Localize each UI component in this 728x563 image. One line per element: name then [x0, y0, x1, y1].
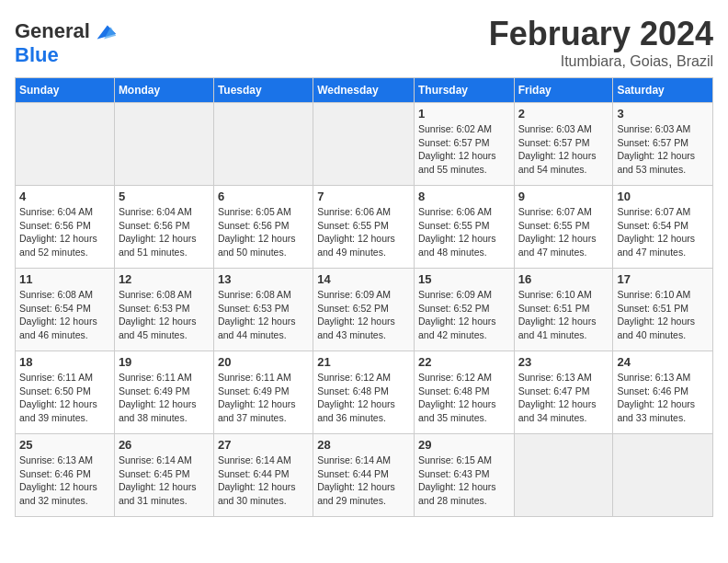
cell-info: Sunrise: 6:06 AMSunset: 6:55 PMDaylight:… [418, 205, 510, 259]
cell-info: Sunrise: 6:08 AMSunset: 6:53 PMDaylight:… [218, 288, 309, 342]
day-number: 3 [617, 107, 709, 121]
month-title: February 2024 [489, 15, 713, 53]
calendar-cell [213, 103, 313, 186]
week-row-5: 25Sunrise: 6:13 AMSunset: 6:46 PMDayligh… [16, 434, 713, 517]
calendar-cell: 24Sunrise: 6:13 AMSunset: 6:46 PMDayligh… [613, 351, 713, 434]
day-number: 10 [617, 190, 709, 203]
calendar-cell: 26Sunrise: 6:14 AMSunset: 6:45 PMDayligh… [114, 434, 213, 517]
day-number: 18 [19, 355, 110, 369]
calendar-cell: 14Sunrise: 6:09 AMSunset: 6:52 PMDayligh… [313, 269, 415, 351]
day-number: 26 [119, 438, 210, 452]
calendar-cell: 11Sunrise: 6:08 AMSunset: 6:54 PMDayligh… [16, 269, 115, 351]
logo-blue-text: Blue [15, 44, 118, 66]
cell-info: Sunrise: 6:03 AMSunset: 6:57 PMDaylight:… [518, 122, 609, 177]
cell-info: Sunrise: 6:11 AMSunset: 6:49 PMDaylight:… [218, 371, 309, 425]
calendar-cell: 4Sunrise: 6:04 AMSunset: 6:56 PMDaylight… [16, 186, 115, 269]
day-number: 7 [317, 190, 410, 203]
day-number: 12 [119, 272, 210, 286]
cell-info: Sunrise: 6:12 AMSunset: 6:48 PMDaylight:… [418, 371, 510, 425]
cell-info: Sunrise: 6:04 AMSunset: 6:56 PMDaylight:… [119, 205, 210, 259]
week-row-4: 18Sunrise: 6:11 AMSunset: 6:50 PMDayligh… [16, 351, 713, 434]
calendar-cell: 18Sunrise: 6:11 AMSunset: 6:50 PMDayligh… [16, 351, 115, 434]
day-number: 17 [617, 272, 709, 286]
cell-info: Sunrise: 6:07 AMSunset: 6:55 PMDaylight:… [518, 205, 609, 259]
page-header: General Blue February 2024 Itumbiara, Go… [15, 15, 713, 70]
cell-info: Sunrise: 6:11 AMSunset: 6:49 PMDaylight:… [119, 371, 210, 425]
calendar-cell: 23Sunrise: 6:13 AMSunset: 6:47 PMDayligh… [514, 351, 613, 434]
calendar-cell: 5Sunrise: 6:04 AMSunset: 6:56 PMDaylight… [114, 186, 213, 269]
logo: General Blue [15, 18, 118, 66]
calendar-cell: 2Sunrise: 6:03 AMSunset: 6:57 PMDaylight… [514, 103, 613, 186]
day-number: 13 [218, 272, 309, 286]
calendar-cell: 17Sunrise: 6:10 AMSunset: 6:51 PMDayligh… [613, 269, 713, 351]
day-number: 11 [19, 272, 110, 286]
calendar-cell [613, 434, 713, 517]
day-number: 24 [617, 355, 709, 369]
day-number: 2 [518, 107, 609, 121]
calendar-cell: 3Sunrise: 6:03 AMSunset: 6:57 PMDaylight… [613, 103, 713, 186]
calendar-cell: 13Sunrise: 6:08 AMSunset: 6:53 PMDayligh… [213, 269, 313, 351]
day-number: 1 [418, 107, 510, 121]
cell-info: Sunrise: 6:13 AMSunset: 6:46 PMDaylight:… [19, 454, 110, 508]
calendar-cell: 21Sunrise: 6:12 AMSunset: 6:48 PMDayligh… [313, 351, 415, 434]
week-row-1: 1Sunrise: 6:02 AMSunset: 6:57 PMDaylight… [16, 103, 713, 186]
cell-info: Sunrise: 6:11 AMSunset: 6:50 PMDaylight:… [19, 371, 110, 425]
calendar-cell: 20Sunrise: 6:11 AMSunset: 6:49 PMDayligh… [213, 351, 313, 434]
day-number: 16 [518, 272, 609, 286]
day-number: 4 [19, 190, 110, 203]
calendar-cell: 7Sunrise: 6:06 AMSunset: 6:55 PMDaylight… [313, 186, 415, 269]
day-number: 21 [317, 355, 410, 369]
cell-info: Sunrise: 6:08 AMSunset: 6:54 PMDaylight:… [19, 288, 110, 342]
logo-icon [92, 18, 118, 44]
cell-info: Sunrise: 6:14 AMSunset: 6:44 PMDaylight:… [317, 454, 410, 508]
week-row-2: 4Sunrise: 6:04 AMSunset: 6:56 PMDaylight… [16, 186, 713, 269]
calendar-cell: 28Sunrise: 6:14 AMSunset: 6:44 PMDayligh… [313, 434, 415, 517]
day-number: 15 [418, 272, 510, 286]
cell-info: Sunrise: 6:06 AMSunset: 6:55 PMDaylight:… [317, 205, 410, 259]
header-cell-friday: Friday [514, 78, 613, 103]
cell-info: Sunrise: 6:12 AMSunset: 6:48 PMDaylight:… [317, 371, 410, 425]
calendar-cell [16, 103, 115, 186]
cell-info: Sunrise: 6:02 AMSunset: 6:57 PMDaylight:… [418, 122, 510, 177]
cell-info: Sunrise: 6:13 AMSunset: 6:46 PMDaylight:… [617, 371, 709, 425]
cell-info: Sunrise: 6:14 AMSunset: 6:45 PMDaylight:… [119, 454, 210, 508]
calendar-cell: 1Sunrise: 6:02 AMSunset: 6:57 PMDaylight… [414, 103, 514, 186]
cell-info: Sunrise: 6:10 AMSunset: 6:51 PMDaylight:… [617, 288, 709, 342]
day-number: 9 [518, 190, 609, 203]
day-number: 20 [218, 355, 309, 369]
calendar-cell: 16Sunrise: 6:10 AMSunset: 6:51 PMDayligh… [514, 269, 613, 351]
cell-info: Sunrise: 6:07 AMSunset: 6:54 PMDaylight:… [617, 205, 709, 259]
header-cell-wednesday: Wednesday [313, 78, 415, 103]
calendar-header-row: SundayMondayTuesdayWednesdayThursdayFrid… [16, 78, 713, 103]
day-number: 23 [518, 355, 609, 369]
day-number: 19 [119, 355, 210, 369]
calendar-body: 1Sunrise: 6:02 AMSunset: 6:57 PMDaylight… [16, 103, 713, 517]
calendar-table: SundayMondayTuesdayWednesdayThursdayFrid… [15, 77, 713, 517]
calendar-cell: 6Sunrise: 6:05 AMSunset: 6:56 PMDaylight… [213, 186, 313, 269]
cell-info: Sunrise: 6:14 AMSunset: 6:44 PMDaylight:… [218, 454, 309, 508]
cell-info: Sunrise: 6:05 AMSunset: 6:56 PMDaylight:… [218, 205, 309, 259]
calendar-cell: 29Sunrise: 6:15 AMSunset: 6:43 PMDayligh… [414, 434, 514, 517]
day-number: 25 [19, 438, 110, 452]
header-cell-saturday: Saturday [613, 78, 713, 103]
calendar-cell: 19Sunrise: 6:11 AMSunset: 6:49 PMDayligh… [114, 351, 213, 434]
cell-info: Sunrise: 6:13 AMSunset: 6:47 PMDaylight:… [518, 371, 609, 425]
header-cell-monday: Monday [114, 78, 213, 103]
header-cell-thursday: Thursday [414, 78, 514, 103]
cell-info: Sunrise: 6:15 AMSunset: 6:43 PMDaylight:… [418, 454, 510, 508]
day-number: 5 [119, 190, 210, 203]
cell-info: Sunrise: 6:10 AMSunset: 6:51 PMDaylight:… [518, 288, 609, 342]
calendar-cell: 9Sunrise: 6:07 AMSunset: 6:55 PMDaylight… [514, 186, 613, 269]
day-number: 29 [418, 438, 510, 452]
week-row-3: 11Sunrise: 6:08 AMSunset: 6:54 PMDayligh… [16, 269, 713, 351]
calendar-cell: 27Sunrise: 6:14 AMSunset: 6:44 PMDayligh… [213, 434, 313, 517]
header-cell-sunday: Sunday [16, 78, 115, 103]
logo-text: General [15, 20, 90, 42]
calendar-cell: 8Sunrise: 6:06 AMSunset: 6:55 PMDaylight… [414, 186, 514, 269]
calendar-cell [313, 103, 415, 186]
day-number: 6 [218, 190, 309, 203]
day-number: 28 [317, 438, 410, 452]
day-number: 22 [418, 355, 510, 369]
calendar-cell [114, 103, 213, 186]
calendar-cell: 25Sunrise: 6:13 AMSunset: 6:46 PMDayligh… [16, 434, 115, 517]
